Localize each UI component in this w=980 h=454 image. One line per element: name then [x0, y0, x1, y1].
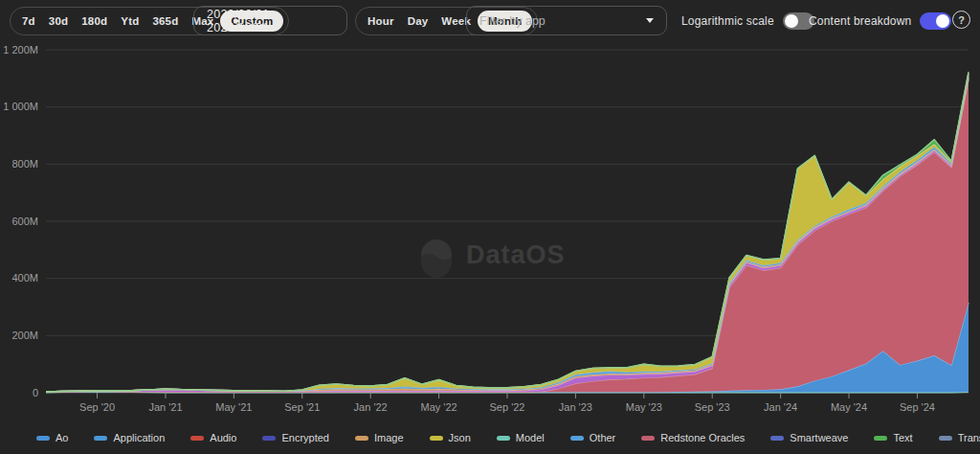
- legend-item-transaction[interactable]: Transaction: [939, 432, 980, 443]
- y-axis-tick-label: 1 000M: [3, 101, 38, 112]
- legend-item-redstone-oracles[interactable]: Redstone Oracles: [641, 432, 745, 443]
- legend-item-json[interactable]: Json: [430, 432, 471, 443]
- legend-swatch: [190, 436, 204, 441]
- x-axis-tick-label: Sep '22: [490, 401, 525, 413]
- x-axis-tick-label: Jan '23: [559, 401, 592, 413]
- toggle-knob: [936, 14, 949, 28]
- legend-label: Audio: [210, 432, 236, 443]
- granularity-button-day[interactable]: Day: [401, 11, 435, 31]
- log-scale-label: Logarithmic scale: [681, 14, 774, 28]
- range-button-7d[interactable]: 7d: [15, 11, 42, 31]
- legend-item-audio[interactable]: Audio: [190, 432, 236, 443]
- x-axis-tick-label: Sep '20: [79, 401, 115, 413]
- legend-label: Smartweave: [790, 432, 848, 443]
- y-axis-tick-label: 0: [33, 387, 38, 398]
- legend-label: Text: [893, 432, 912, 443]
- legend-item-smartweave[interactable]: Smartweave: [770, 432, 848, 443]
- toolbar: 7d30d180dYtd365dMaxCustom 2020/06/01 – 2…: [0, 0, 980, 42]
- legend-swatch: [641, 436, 655, 441]
- log-scale-control: Logarithmic scale: [681, 0, 814, 42]
- legend-item-image[interactable]: Image: [355, 432, 404, 443]
- x-axis-tick-label: Jan '21: [148, 401, 182, 413]
- stacked-area-chart[interactable]: 0200M400M600M800M1 000M1 200MDataOSSep '…: [0, 42, 980, 421]
- watermark: DataOS: [421, 239, 566, 278]
- range-button-365d[interactable]: 365d: [145, 11, 185, 31]
- chart-legend: AoApplicationAudioEncryptedImageJsonMode…: [0, 421, 980, 454]
- legend-item-encrypted[interactable]: Encrypted: [262, 432, 329, 443]
- legend-swatch: [355, 436, 368, 441]
- legend-swatch: [36, 436, 50, 441]
- content-breakdown-toggle[interactable]: [920, 12, 951, 30]
- y-axis-tick-label: 400M: [11, 272, 38, 284]
- legend-swatch: [497, 436, 510, 441]
- chart-canvas[interactable]: 0200M400M600M800M1 000M1 200MDataOSSep '…: [0, 42, 980, 421]
- content-breakdown-control: Content breakdown: [809, 0, 951, 42]
- help-icon[interactable]: ?: [952, 11, 970, 29]
- x-axis-tick-label: Sep '24: [900, 401, 935, 413]
- date-range-value: 2020/06/01 – 2024/12/31: [207, 8, 334, 34]
- x-axis-tick-label: Jan '22: [354, 401, 388, 413]
- x-axis-tick-label: Sep '21: [284, 401, 320, 413]
- legend-swatch: [570, 436, 584, 441]
- x-axis-tick-label: May '21: [215, 401, 252, 413]
- y-axis-tick-label: 600M: [11, 216, 38, 227]
- legend-label: Image: [374, 432, 404, 443]
- legend-label: Transaction: [958, 432, 980, 443]
- help-glyph: ?: [958, 14, 965, 26]
- legend-item-other[interactable]: Other: [570, 432, 616, 443]
- legend-swatch: [770, 436, 784, 441]
- date-range-input[interactable]: 2020/06/01 – 2024/12/31: [193, 6, 347, 35]
- legend-label: Other: [590, 432, 616, 443]
- legend-label: Model: [516, 432, 545, 443]
- range-button-30d[interactable]: 30d: [42, 11, 75, 31]
- x-axis-tick-label: May '22: [420, 401, 457, 413]
- legend-label: Encrypted: [281, 432, 329, 443]
- legend-label: Ao: [56, 432, 68, 443]
- legend-swatch: [874, 436, 887, 441]
- legend-swatch: [262, 436, 276, 441]
- x-axis-tick-label: May '23: [626, 401, 662, 413]
- granularity-button-hour[interactable]: Hour: [361, 11, 401, 31]
- legend-label: Json: [449, 432, 471, 443]
- x-axis-tick-label: Jan '24: [764, 401, 797, 413]
- legend-swatch: [94, 436, 107, 441]
- filter-by-app-placeholder: Filter by app: [479, 14, 546, 28]
- legend-item-application[interactable]: Application: [94, 432, 165, 443]
- area-redstone-oracles[interactable]: [46, 79, 969, 392]
- toggle-knob: [785, 14, 798, 28]
- content-breakdown-label: Content breakdown: [809, 14, 911, 28]
- legend-swatch: [939, 436, 952, 441]
- range-button-180d[interactable]: 180d: [75, 11, 114, 31]
- y-axis-tick-label: 200M: [11, 329, 38, 341]
- legend-label: Application: [113, 432, 165, 443]
- legend-item-text[interactable]: Text: [874, 432, 912, 443]
- chevron-down-icon: [646, 18, 654, 23]
- watermark-text: DataOS: [466, 240, 566, 269]
- x-axis-tick-label: May '24: [831, 401, 867, 413]
- y-axis-tick-label: 1 200M: [3, 44, 38, 56]
- legend-item-ao[interactable]: Ao: [36, 432, 68, 443]
- y-axis-tick-label: 800M: [11, 158, 38, 170]
- legend-item-model[interactable]: Model: [497, 432, 545, 443]
- filter-by-app-dropdown[interactable]: Filter by app: [466, 6, 667, 35]
- range-button-ytd[interactable]: Ytd: [114, 11, 145, 31]
- legend-swatch: [430, 436, 443, 441]
- legend-label: Redstone Oracles: [660, 432, 745, 443]
- x-axis-tick-label: Sep '23: [695, 401, 730, 413]
